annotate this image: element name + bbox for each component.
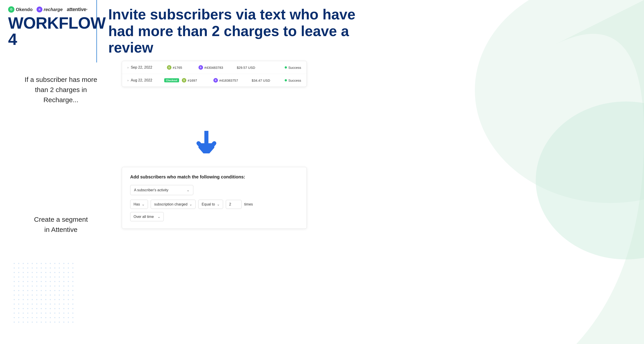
recharge-order-icon: R: [214, 78, 218, 82]
attentive-logo: attentive·: [67, 6, 88, 12]
segment-card-title: Add subscribers who match the following …: [130, 174, 298, 180]
workflow-title: WORKFLOW 4: [8, 15, 88, 47]
background-dots: [14, 263, 77, 326]
shopify-order-1: S #1765: [167, 65, 194, 70]
row-amount-2: $34.47 USD: [252, 78, 276, 82]
conditions-row: Has ⌄ subscription charged ⌄ Equal to ⌄ …: [130, 200, 298, 209]
table-row: › Sep 22, 2022 S #1765 R #430483783 $29.…: [122, 61, 306, 74]
times-label: times: [244, 202, 253, 206]
row-status-1: Success: [285, 66, 301, 70]
recharge-label: recharge: [44, 7, 63, 12]
recharge-order-2: R #418383757: [214, 78, 250, 82]
down-arrow: [196, 131, 216, 154]
description-attentive: Create a segment in Attentive: [18, 214, 104, 234]
subscription-charged-dropdown[interactable]: subscription charged ⌄: [151, 200, 196, 209]
time-range-row: Over all time ⌄: [130, 212, 298, 221]
header-right: Invite subscribers via text who have had…: [97, 0, 644, 62]
chevron-down-icon: ⌄: [158, 214, 160, 219]
chevron-down-icon: ⌄: [217, 202, 220, 206]
activity-dropdown[interactable]: A subscriber's activity ⌄: [130, 185, 193, 195]
shopify-icon: S: [167, 65, 172, 70]
row-amount-1: $29.57 USD: [237, 66, 262, 70]
attentive-label: attentive·: [67, 6, 88, 12]
recharge-order-1: R #430483783: [198, 65, 234, 70]
activity-dropdown-row: A subscriber's activity ⌄: [130, 185, 298, 195]
attentive-segment-card: Add subscribers who match the following …: [122, 167, 307, 229]
page-heading: Invite subscribers via text who have had…: [108, 6, 356, 56]
value-input[interactable]: 2: [226, 200, 242, 209]
shopify-icon: S: [182, 78, 186, 82]
time-range-dropdown[interactable]: Over all time ⌄: [130, 212, 164, 221]
svg-point-1: [536, 102, 644, 260]
chevron-down-icon: ⌄: [189, 202, 192, 206]
recharge-table-card: › Sep 22, 2022 S #1765 R #430483783 $29.…: [122, 61, 307, 87]
header: O Okendo R recharge attentive· WORKFLOW …: [0, 0, 644, 62]
chevron-icon: ›: [128, 66, 128, 69]
row-status-2: Success: [285, 78, 301, 82]
equal-to-dropdown[interactable]: Equal to ⌄: [198, 200, 223, 209]
brand-logos: O Okendo R recharge attentive·: [8, 6, 88, 13]
table-row: › Aug 22, 2022 Checkout S #1697 R #41838…: [122, 74, 306, 86]
description-recharge: If a subscriber has more than 2 charges …: [18, 74, 104, 105]
recharge-logo: R recharge: [36, 6, 63, 12]
chevron-icon: ›: [128, 78, 128, 82]
okendo-logo: O Okendo: [8, 6, 32, 13]
has-dropdown[interactable]: Has ⌄: [130, 200, 148, 209]
row-date-2: Aug 22, 2022: [131, 78, 162, 82]
shopify-order-2: S #1697: [182, 78, 209, 82]
recharge-order-icon: R: [198, 65, 203, 70]
status-dot-icon: [285, 66, 287, 68]
okendo-icon: O: [8, 6, 14, 13]
recharge-icon: R: [36, 6, 42, 12]
svg-rect-3: [14, 263, 77, 326]
checkout-badge: Checkout: [164, 78, 179, 82]
status-dot-icon: [285, 79, 287, 82]
chevron-down-icon: ⌄: [186, 188, 190, 192]
row-date-1: Sep 22, 2022: [131, 66, 162, 70]
header-left: O Okendo R recharge attentive· WORKFLOW …: [0, 0, 97, 62]
okendo-label: Okendo: [16, 7, 32, 12]
chevron-down-icon: ⌄: [142, 202, 144, 206]
